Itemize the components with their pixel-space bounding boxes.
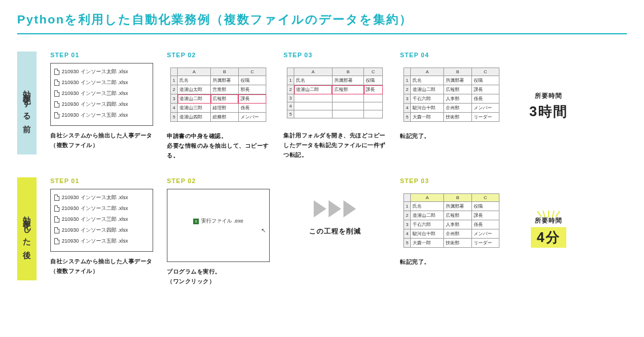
before-row: 効率化する前 STEP 01 210930 インソース太郎 .xlsx 2109… — [17, 51, 627, 160]
step-caption: 申請書の中身を確認。 必要な情報のみを抽出して、コピーする。 — [167, 131, 270, 160]
file-icon — [54, 101, 59, 108]
time-label: 所要時間 — [514, 92, 583, 100]
file-icon — [54, 80, 59, 86]
spreadsheet: ABC 1氏名所属部署役職 2道灌山二郎広報部課長 3千石六郎人事部係長 4駿河… — [400, 189, 503, 252]
step-heading: STEP 04 — [400, 51, 503, 58]
time-value: 4分 — [531, 227, 566, 248]
time-after: 所要時間 4分 — [514, 216, 583, 248]
file-item: 210930 インソース太郎 .xlsx — [54, 68, 149, 76]
exec-file-label: 実行ファイル .exe — [201, 217, 243, 225]
arrow-icon — [329, 200, 341, 217]
page-title: Pythonを利用した自動化業務例（複数ファイルのデータを集約） — [17, 11, 627, 34]
excel-icon: x — [193, 219, 199, 224]
step-heading: STEP 01 — [50, 177, 153, 184]
file-icon — [54, 112, 59, 118]
file-item: 210930 インソース四郎 .xlsx — [54, 101, 149, 108]
time-label: 所要時間 — [514, 216, 583, 225]
exec-box: x実行ファイル .exe ↖ — [167, 189, 270, 262]
step-caption: 集計用フォルダを開き、先ほどコピーしたデータを転記先ファイルに一件ずつ転記。 — [283, 130, 386, 160]
file-icon — [54, 205, 59, 212]
file-item: 210930 インソース五郎 .xlsx — [54, 237, 149, 245]
file-icon — [54, 69, 59, 75]
arrows-step: この工程を削減 — [283, 177, 386, 236]
highlight-rays-icon — [514, 211, 583, 217]
time-value: 3時間 — [514, 102, 583, 121]
file-item: 210930 インソース四郎 .xlsx — [54, 227, 149, 234]
before-label: 効率化する前 — [17, 51, 37, 154]
arrow-icon — [314, 200, 326, 217]
step-caption: プログラムを実行。 （ワンクリック） — [167, 267, 270, 286]
step-heading: STEP 02 — [167, 51, 270, 58]
step-caption: 自社システムから抽出した人事データ（複数ファイル） — [50, 130, 153, 150]
step-caption: 転記完了。 — [400, 257, 503, 267]
after-row: 効率化した後 STEP 01 210930 インソース太郎 .xlsx 2109… — [17, 177, 627, 286]
spreadsheet: ABC 1氏名所属部署役職 2道灌山太郎営業部部長 3道灌山二郎広報部課長 4道… — [167, 63, 270, 126]
spreadsheet: ABC 1氏名所属部署役職 2道灌山二郎広報部課長 3千石六郎人事部係長 4駿河… — [400, 63, 503, 126]
step-caption: 転記完了。 — [400, 131, 503, 141]
file-icon — [54, 227, 59, 233]
file-item: 210930 インソース三郎 .xlsx — [54, 216, 149, 223]
file-item: 210930 インソース二郎 .xlsx — [54, 205, 149, 212]
time-before: 所要時間 3時間 — [514, 92, 583, 121]
step-heading: STEP 03 — [283, 51, 386, 58]
file-item: 210930 インソース三郎 .xlsx — [54, 90, 149, 97]
file-icon — [54, 216, 59, 223]
file-item: 210930 インソース五郎 .xlsx — [54, 112, 149, 119]
cursor-icon: ↖ — [261, 227, 266, 233]
file-item: 210930 インソース太郎 .xlsx — [54, 194, 149, 201]
file-icon — [54, 238, 59, 244]
step-caption: 自社システムから抽出した人事データ（複数ファイル） — [50, 256, 153, 276]
file-icon — [54, 90, 59, 97]
file-icon — [54, 195, 59, 201]
spreadsheet: ABC 1氏名所属部署役職 2道灌山二郎広報部課長 3 4 5 — [283, 63, 386, 126]
step-heading: STEP 03 — [400, 177, 503, 184]
reduced-caption: この工程を削減 — [283, 227, 386, 236]
file-list-box: 210930 インソース太郎 .xlsx 210930 インソース二郎 .xls… — [50, 63, 153, 126]
file-list-box: 210930 インソース太郎 .xlsx 210930 インソース二郎 .xls… — [50, 189, 153, 252]
step-heading: STEP 01 — [50, 51, 153, 58]
file-item: 210930 インソース二郎 .xlsx — [54, 79, 149, 86]
arrow-icon — [343, 200, 356, 217]
step-heading: STEP 02 — [167, 177, 270, 184]
after-label: 効率化した後 — [17, 177, 37, 280]
